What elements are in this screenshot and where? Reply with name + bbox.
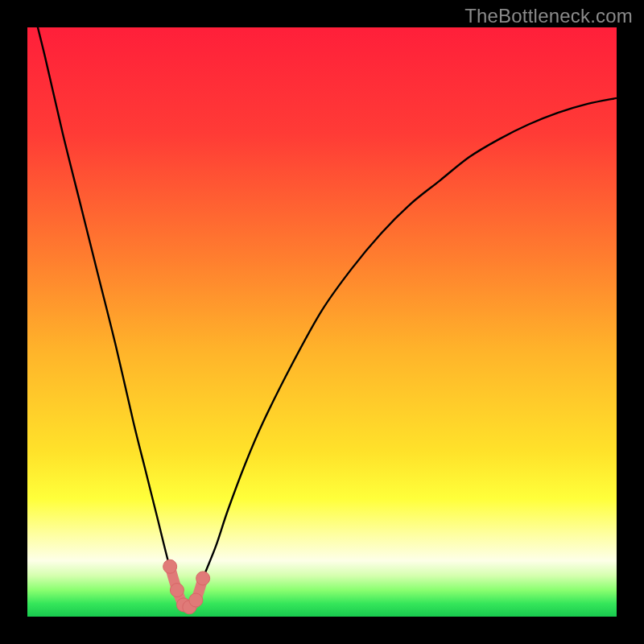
watermark-text: TheBottleneck.com	[464, 5, 633, 27]
bottleneck-curve	[27, 27, 617, 608]
marker-dot	[170, 584, 184, 597]
plot-area	[27, 27, 617, 617]
marker-dot	[196, 572, 210, 585]
curve-svg	[27, 27, 617, 617]
marker-dot	[189, 593, 203, 607]
marker-dot	[163, 559, 177, 573]
chart-frame: TheBottleneck.com	[0, 0, 644, 644]
